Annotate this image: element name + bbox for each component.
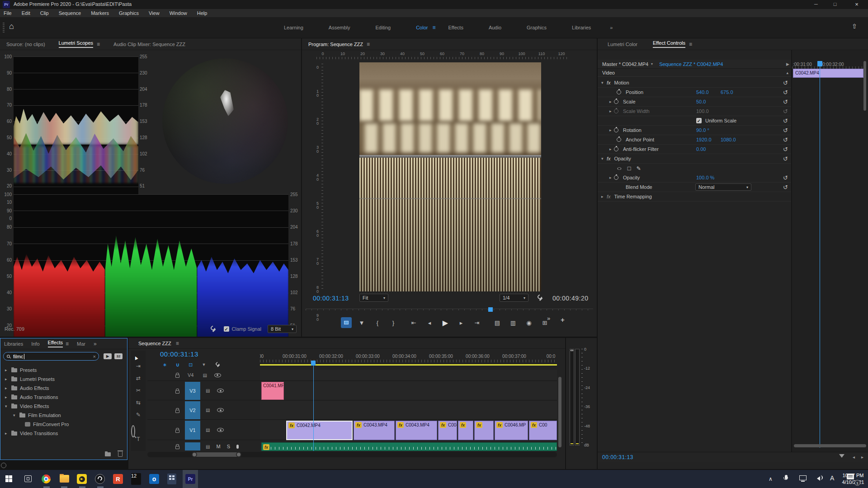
- tab-info[interactable]: Info: [31, 341, 39, 347]
- menu-item[interactable]: Edit: [22, 10, 30, 16]
- menu-item[interactable]: Graphics: [119, 10, 139, 16]
- ec-clip-bar[interactable]: C0042.MP4: [793, 69, 863, 78]
- ec-vscrollbar[interactable]: [863, 61, 866, 111]
- ec-sequence-clip-link[interactable]: Sequence ZZZ * C0042.MP4: [659, 61, 723, 67]
- workspace-overflow-icon[interactable]: »: [604, 25, 619, 30]
- action-center-icon[interactable]: [847, 474, 854, 479]
- motion-expander-icon[interactable]: ▾: [601, 80, 605, 85]
- button-editor-icon[interactable]: +: [561, 316, 565, 324]
- new-custom-bin-icon[interactable]: [105, 452, 111, 456]
- home-icon[interactable]: ⌂: [9, 22, 14, 31]
- play-button[interactable]: ▶: [439, 317, 451, 328]
- mute-button[interactable]: M: [216, 444, 220, 449]
- track-label-v4[interactable]: V4: [188, 372, 193, 378]
- ec-playhead-head[interactable]: [817, 61, 822, 66]
- anti-flicker-value[interactable]: 0.00: [696, 146, 706, 152]
- ec-prev-keyframe-icon[interactable]: ◂: [853, 455, 855, 460]
- tray-ime-indicator[interactable]: A: [830, 474, 834, 482]
- menu-item[interactable]: Clip: [40, 10, 49, 16]
- tray-volume-icon[interactable]: [815, 475, 823, 481]
- effects-search-box[interactable]: filmc ×: [3, 352, 99, 361]
- program-timecode[interactable]: 00:00:31:13: [313, 295, 349, 302]
- motion-reset-icon[interactable]: ↺: [783, 80, 788, 86]
- sync-lock-icon[interactable]: ▤: [206, 427, 210, 432]
- extract-icon[interactable]: ▥: [507, 317, 519, 328]
- fx-badge[interactable]: fx: [476, 422, 482, 428]
- timeline-clip[interactable]: fxC00: [529, 421, 557, 440]
- workspace-tab-effects[interactable]: Effects: [435, 25, 476, 30]
- twelve-app-icon[interactable]: 12: [131, 473, 141, 485]
- track-lock-icon[interactable]: [175, 375, 179, 378]
- outlook-icon[interactable]: o: [149, 474, 159, 484]
- uniform-scale-reset-icon[interactable]: ↺: [783, 117, 788, 124]
- timeline-hscrollbar-thumb[interactable]: [193, 452, 240, 457]
- tab-libraries[interactable]: Libraries: [4, 341, 23, 347]
- ec-footer-timecode[interactable]: 00:00:31:13: [602, 454, 633, 460]
- position-stopwatch-icon[interactable]: [617, 90, 621, 94]
- fx-badge[interactable]: fx: [355, 422, 362, 428]
- tab-effect-controls[interactable]: Effect Controls: [653, 40, 685, 48]
- tree-item-video-transitions[interactable]: ▸Video Transitions: [0, 429, 127, 438]
- sync-lock-icon[interactable]: ▤: [206, 408, 210, 413]
- track-lock-icon[interactable]: [175, 390, 179, 394]
- opacity-stopwatch-icon[interactable]: [614, 175, 618, 180]
- timeline-panel-menu-icon[interactable]: ≡: [176, 340, 179, 347]
- scroll-handle-right[interactable]: [236, 452, 241, 457]
- filter-properties-funnel-icon[interactable]: [839, 454, 844, 460]
- opacity-reset-icon[interactable]: ↺: [783, 174, 788, 181]
- opacity-section-reset-icon[interactable]: ↺: [783, 155, 788, 162]
- type-tool[interactable]: T: [131, 436, 146, 448]
- tree-item-video-effects[interactable]: ▾Video Effects: [0, 402, 127, 411]
- menu-item[interactable]: Markers: [91, 10, 109, 16]
- tree-item-audio-transitions[interactable]: ▸Audio Transitions: [0, 393, 127, 402]
- start-button[interactable]: [5, 475, 12, 482]
- workspace-tab-assembly[interactable]: Assembly: [316, 25, 363, 30]
- program-panel-menu-icon[interactable]: ≡: [367, 41, 370, 47]
- tab-effects[interactable]: Effects: [48, 340, 63, 347]
- menu-item[interactable]: Help: [197, 10, 208, 16]
- scale-value[interactable]: 50.0: [696, 99, 706, 104]
- pen-mask-icon[interactable]: ✎: [637, 165, 641, 172]
- timeline-clip[interactable]: fx: [474, 421, 494, 440]
- ec-master-caret-icon[interactable]: ▾: [651, 62, 653, 66]
- timeline-clip-c0042-selected[interactable]: fxC0042.MP4: [286, 421, 353, 440]
- anchor-y-value[interactable]: 1080.0: [721, 137, 736, 142]
- transport-more-icon[interactable]: »: [547, 315, 550, 322]
- ec-panel-menu-icon[interactable]: ≡: [689, 41, 692, 47]
- position-y-value[interactable]: 675.0: [721, 89, 733, 95]
- program-settings-wrench-icon[interactable]: [537, 295, 543, 301]
- work-area-bar[interactable]: [260, 364, 557, 366]
- track-lock-icon[interactable]: [175, 430, 179, 433]
- menu-item[interactable]: Window: [170, 10, 187, 16]
- tree-item-filmconvert-pro[interactable]: FilmConvert Pro: [0, 420, 127, 429]
- workspace-tab-learning[interactable]: Learning: [271, 25, 316, 30]
- effects-tab-overflow-icon[interactable]: »: [94, 341, 97, 347]
- position-reset-icon[interactable]: ↺: [783, 89, 788, 96]
- mark-in-icon[interactable]: {: [372, 317, 383, 328]
- timeline-add-marker-icon[interactable]: ▼: [202, 362, 206, 367]
- pen-tool[interactable]: ✎: [131, 412, 146, 424]
- goto-out-icon[interactable]: ⇥: [471, 317, 483, 328]
- tray-mic-icon[interactable]: [785, 475, 788, 479]
- task-view-button[interactable]: [24, 475, 32, 482]
- sync-lock-icon[interactable]: ▤: [206, 444, 210, 449]
- rotation-stopwatch-icon[interactable]: [614, 128, 618, 132]
- sync-lock-icon[interactable]: ▤: [203, 373, 207, 378]
- scopes-panel-menu-icon[interactable]: ≡: [97, 41, 100, 47]
- rotation-reset-icon[interactable]: ↺: [783, 127, 788, 134]
- file-explorer-icon[interactable]: [60, 475, 69, 483]
- time-remapping-label[interactable]: Time Remapping: [614, 194, 652, 199]
- anchor-reset-icon[interactable]: ↺: [783, 136, 788, 143]
- track-lock-icon[interactable]: [175, 410, 179, 413]
- nest-toggle-icon[interactable]: ∗: [163, 362, 167, 368]
- fx-badge[interactable]: fx: [496, 422, 503, 428]
- uniform-scale-checkbox[interactable]: ✓: [696, 118, 702, 123]
- opacity-value[interactable]: 100.0 %: [696, 175, 714, 180]
- source-patch-v1[interactable]: V1: [185, 421, 200, 440]
- solo-button[interactable]: S: [227, 444, 230, 449]
- timeline-ruler[interactable]: 30:0000:00:31:0000:00:32:0000:00:33:0000…: [260, 353, 557, 359]
- opacity-prop-expander-icon[interactable]: ▸: [609, 175, 613, 180]
- timeline-vscrollbar[interactable]: [558, 377, 561, 447]
- slip-tool[interactable]: ⇆: [131, 399, 146, 412]
- flicker-expander-icon[interactable]: ▸: [609, 147, 613, 151]
